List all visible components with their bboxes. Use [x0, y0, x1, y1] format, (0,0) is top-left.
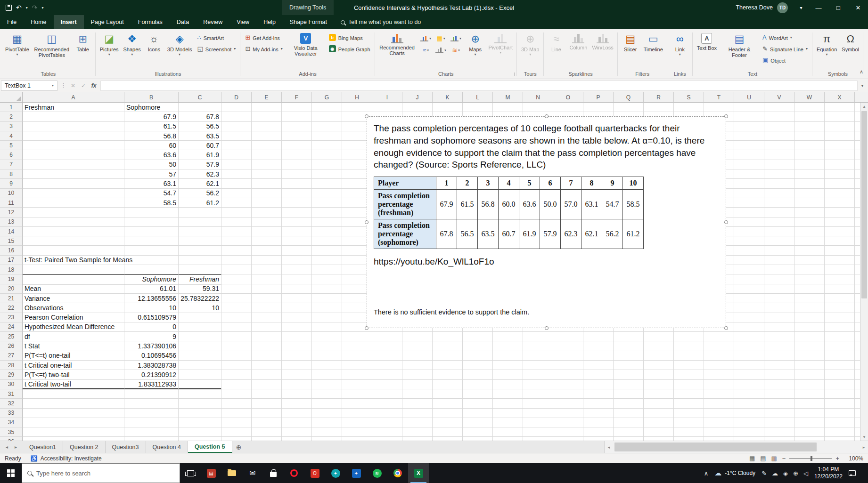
cell-C24[interactable]: [179, 322, 221, 332]
cell-Q29[interactable]: [614, 370, 644, 379]
cell-D30[interactable]: [221, 380, 252, 389]
cell-C2[interactable]: 67.8: [179, 112, 221, 121]
cell-G29[interactable]: [312, 370, 342, 379]
column-header-I[interactable]: I: [372, 92, 402, 103]
file-explorer-taskbar-button[interactable]: [221, 463, 242, 483]
name-box-caret-icon[interactable]: ▾: [52, 83, 54, 88]
cell-E35[interactable]: [252, 427, 282, 437]
cell-V3[interactable]: [764, 122, 794, 131]
cell-D6[interactable]: [221, 150, 252, 160]
cell-X2[interactable]: [825, 112, 855, 121]
maximize-button[interactable]: □: [828, 0, 848, 15]
cell-I32[interactable]: [372, 399, 402, 408]
cell-V13[interactable]: [764, 217, 794, 227]
cell-F28[interactable]: [282, 361, 312, 370]
cell-X36[interactable]: [825, 437, 855, 441]
cell-L34[interactable]: [463, 418, 493, 427]
cell-S34[interactable]: [674, 418, 704, 427]
cell-K28[interactable]: [433, 361, 463, 370]
cell-K32[interactable]: [433, 399, 463, 408]
row-header-24[interactable]: 24: [0, 322, 23, 332]
cell-D5[interactable]: [221, 141, 252, 150]
tab-formulas[interactable]: Formulas: [131, 15, 170, 29]
cell-C9[interactable]: 62.1: [179, 179, 221, 188]
cell-D36[interactable]: [221, 437, 252, 441]
cell-M35[interactable]: [493, 427, 523, 437]
cell-U2[interactable]: [734, 112, 764, 121]
textbox-handle-bottom-left[interactable]: [365, 326, 368, 330]
cell-F4[interactable]: [282, 131, 312, 141]
cell-C34[interactable]: [179, 418, 221, 427]
cell-F19[interactable]: [282, 274, 312, 284]
cell-U14[interactable]: [734, 227, 764, 236]
cell-W32[interactable]: [794, 399, 825, 408]
cell-R35[interactable]: [644, 427, 674, 437]
cell-C21[interactable]: 25.78322222: [179, 294, 221, 303]
cell-G7[interactable]: [312, 160, 342, 169]
cell-E14[interactable]: [252, 227, 282, 236]
cell-X7[interactable]: [825, 160, 855, 169]
cell-J31[interactable]: [402, 389, 433, 399]
cell-N35[interactable]: [523, 427, 553, 437]
cell-C1[interactable]: [179, 103, 221, 112]
cell-X26[interactable]: [825, 341, 855, 351]
cell-X6[interactable]: [825, 150, 855, 160]
cell-E36[interactable]: [252, 437, 282, 441]
new-sheet-button[interactable]: ⊕: [232, 441, 246, 453]
cell-E1[interactable]: [252, 103, 282, 112]
cell-V31[interactable]: [764, 389, 794, 399]
cell-B23[interactable]: 0.615109579: [124, 313, 179, 322]
win-loss-button[interactable]: Win/Loss: [590, 31, 615, 70]
expand-formula-bar-icon[interactable]: ▾: [858, 83, 867, 88]
cell-M31[interactable]: [493, 389, 523, 399]
cell-G6[interactable]: [312, 150, 342, 160]
cell-W10[interactable]: [794, 189, 825, 198]
cell-U8[interactable]: [734, 169, 764, 179]
cell-D3[interactable]: [221, 122, 252, 131]
cell-L32[interactable]: [463, 399, 493, 408]
slicer-button[interactable]: ▤Slicer: [620, 31, 641, 70]
cell-X21[interactable]: [825, 294, 855, 303]
cell-M1[interactable]: [493, 103, 523, 112]
row-header-35[interactable]: 35: [0, 427, 23, 437]
cell-R30[interactable]: [644, 380, 674, 389]
cell-F11[interactable]: [282, 198, 312, 208]
cell-B36[interactable]: [124, 437, 179, 441]
cell-I28[interactable]: [372, 361, 402, 370]
cell-M34[interactable]: [493, 418, 523, 427]
cell-B22[interactable]: 10: [124, 303, 179, 313]
cell-S26[interactable]: [674, 341, 704, 351]
cell-B31[interactable]: [124, 389, 179, 399]
cell-V27[interactable]: [764, 351, 794, 361]
symbol-button[interactable]: ΩSymbol: [840, 31, 861, 70]
cell-B24[interactable]: 0: [124, 322, 179, 332]
cell-J26[interactable]: [402, 341, 433, 351]
scroll-down-icon[interactable]: ▼: [860, 433, 868, 441]
youtube-link[interactable]: https://youtu.be/Ko_WlL1oF1o: [374, 257, 719, 267]
pictures-button[interactable]: ◪Pictures▾: [98, 31, 121, 70]
cell-R29[interactable]: [644, 370, 674, 379]
cell-U13[interactable]: [734, 217, 764, 227]
cell-T34[interactable]: [704, 418, 734, 427]
cell-A12[interactable]: [23, 208, 124, 217]
cell-U1[interactable]: [734, 103, 764, 112]
cell-B21[interactable]: 12.13655556: [124, 294, 179, 303]
cell-C3[interactable]: 56.5: [179, 122, 221, 131]
cell-F1[interactable]: [282, 103, 312, 112]
row-header-10[interactable]: 10: [0, 189, 23, 198]
cell-T1[interactable]: [704, 103, 734, 112]
cell-E2[interactable]: [252, 112, 282, 121]
cell-V9[interactable]: [764, 179, 794, 188]
cell-F2[interactable]: [282, 112, 312, 121]
insert-statistic-chart-button[interactable]: ▾: [434, 45, 448, 55]
cell-U16[interactable]: [734, 246, 764, 255]
cell-G19[interactable]: [312, 274, 342, 284]
row-header-1[interactable]: 1: [0, 103, 23, 112]
tab-review[interactable]: Review: [196, 15, 229, 29]
cell-B33[interactable]: [124, 409, 179, 418]
cell-Q28[interactable]: [614, 361, 644, 370]
cell-C4[interactable]: 63.5: [179, 131, 221, 141]
cell-I31[interactable]: [372, 389, 402, 399]
cell-C19[interactable]: Freshman: [179, 274, 221, 284]
pivottable-button[interactable]: ▦PivotTable▾: [3, 31, 31, 70]
